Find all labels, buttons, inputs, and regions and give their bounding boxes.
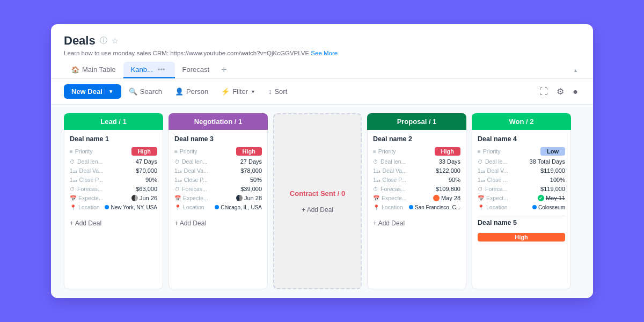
see-more-link[interactable]: See More: [311, 50, 338, 56]
forecast-icon: ⏱: [478, 186, 483, 192]
field-label: 1₂₃ Deal Va...: [70, 167, 136, 174]
field-label: ⏱ Forecas...: [373, 186, 436, 192]
info-icon[interactable]: ⓘ: [100, 36, 107, 46]
location-icon: 📍: [174, 204, 181, 210]
field-value: 47 Days: [136, 158, 157, 165]
divider: [478, 216, 565, 216]
header: Deals ⓘ ☆ Learn how to use monday sales …: [51, 24, 593, 79]
deal5-priority-badge: High: [478, 233, 565, 241]
percent-icon: 1₂₃: [70, 177, 77, 183]
col-header-won: Won / 2: [472, 113, 571, 130]
field-row: 1₂₃ Deal Va... $78,000: [174, 167, 262, 174]
field-value: 33 Days: [439, 158, 460, 165]
add-deal-button[interactable]: + Add Deal: [174, 217, 262, 229]
clock-icon: ⏱: [478, 159, 483, 165]
add-tab-button[interactable]: +: [217, 64, 231, 76]
field-label: 📍 Location: [174, 204, 215, 210]
search-icon: 🔍: [129, 87, 137, 96]
field-label: 1₂₃ Close P...: [373, 177, 449, 183]
location-value: Chicago, IL, USA: [215, 204, 262, 210]
scroll-up-icon[interactable]: ▲: [573, 68, 578, 73]
field-label: 1₂₃ Deal Va...: [373, 167, 436, 174]
percent-icon: 1₂₃: [478, 177, 485, 183]
page-title: Deals: [64, 34, 96, 48]
sort-icon: ↕: [268, 87, 272, 96]
priority-icon: ≡: [174, 149, 178, 155]
settings-icon[interactable]: ⚙: [554, 84, 566, 99]
more-options-icon[interactable]: ●: [570, 85, 580, 99]
kanban-col-lead: Lead / 1 Deal name 1 ≡ Priority High ⏱ D…: [64, 113, 163, 289]
contract-add-deal-button[interactable]: + Add Deal: [302, 206, 333, 214]
sort-button[interactable]: ↕ Sort: [263, 84, 292, 99]
location-icon: 📍: [478, 204, 484, 210]
learn-link: Learn how to use monday sales CRM: https…: [64, 50, 580, 56]
number-icon: 1₂₃: [70, 168, 77, 174]
field-row-location: 📍 Location Chicago, IL, USA: [174, 204, 262, 210]
add-deal-button[interactable]: + Add Deal: [70, 217, 157, 229]
field-row: ≡ Priority High: [174, 147, 262, 156]
expand-icon[interactable]: ⛶: [537, 85, 550, 99]
tab-main-table[interactable]: 🏠 Main Table: [64, 62, 123, 78]
deal-name-5: Deal name 5: [478, 219, 565, 226]
kanban-board: Lead / 1 Deal name 1 ≡ Priority High ⏱ D…: [51, 105, 593, 298]
col-body-won: Deal name 4 ≡ Priority Low ⏱ Deal le... …: [472, 130, 571, 289]
field-value: $122,000: [436, 167, 460, 174]
deal-name: Deal name 1: [70, 135, 157, 143]
kanban-col-contract-sent: Contract Sent / 0 + Add Deal: [273, 113, 362, 289]
field-row-location: 📍 Location San Francisco, C...: [373, 204, 460, 210]
location-dot: [409, 205, 413, 209]
deal-name: Deal name 2: [373, 135, 460, 143]
star-icon[interactable]: ☆: [112, 36, 119, 45]
field-label: ⏱ Forecas...: [174, 186, 240, 192]
field-row-expected: 📅 Expect... ✓ May 11: [478, 195, 565, 201]
toolbar-right: ⛶ ⚙ ●: [537, 84, 580, 99]
location-value: San Francisco, C...: [409, 204, 460, 210]
field-value: Jun 26: [140, 195, 157, 201]
field-label: ⏱ Foreca...: [478, 186, 540, 192]
filter-chevron-icon: ▼: [251, 89, 255, 94]
tab-kanban[interactable]: Kanb... •••: [123, 62, 175, 78]
field-row: 1₂₃ Close P... 90%: [70, 177, 157, 183]
field-label: ≡ Priority: [174, 148, 236, 155]
filter-icon: ⚡: [221, 87, 230, 96]
field-value: $39,000: [240, 186, 262, 192]
location-icon: 📍: [70, 204, 76, 210]
person-button[interactable]: 👤 Person: [170, 84, 214, 99]
tab-more-icon[interactable]: •••: [156, 65, 167, 74]
priority-icon: ≡: [373, 149, 376, 155]
add-deal-button[interactable]: + Add Deal: [373, 217, 460, 229]
kanban-col-negotiation: Negotiation / 1 Deal name 3 ≡ Priority H…: [169, 113, 268, 289]
forecast-icon: ⏱: [70, 186, 75, 192]
field-label: 1₂₃ Close P...: [70, 177, 145, 183]
field-value: 38 Total Days: [530, 158, 565, 165]
field-label: ≡ Priority: [70, 148, 131, 155]
header-top: Deals ⓘ ☆: [64, 34, 580, 48]
priority-badge: Low: [540, 147, 565, 156]
field-row-expected: 📅 Expecte... Jun 26: [70, 195, 157, 201]
status-circle-orange: [433, 195, 440, 201]
search-button[interactable]: 🔍 Search: [123, 84, 167, 99]
location-dot: [215, 205, 219, 209]
field-value: 50%: [250, 177, 262, 183]
chevron-down-icon: ▼: [105, 89, 114, 94]
field-value: 90%: [145, 177, 157, 183]
field-value: $78,000: [240, 167, 262, 174]
field-label: 📅 Expect...: [478, 195, 538, 201]
field-value: $70,000: [136, 167, 157, 174]
field-label: ⏱ Deal le...: [478, 158, 530, 165]
priority-badge: High: [131, 147, 157, 156]
tab-forecast[interactable]: Forecast: [175, 62, 217, 78]
priority-icon: ≡: [70, 149, 73, 155]
field-value: $119,000: [540, 186, 565, 192]
col-header-proposal: Proposal / 1: [367, 113, 466, 130]
person-icon: 👤: [175, 87, 184, 96]
filter-button[interactable]: ⚡ Filter ▼: [216, 84, 261, 99]
field-row: 1₂₃ Close P... 90%: [373, 177, 460, 183]
field-row: ⏱ Forecas... $63,000: [70, 186, 157, 192]
new-deal-button[interactable]: New Deal ▼: [64, 84, 121, 99]
field-label: 📍 Location: [478, 204, 532, 210]
field-label: ≡ Priority: [478, 148, 540, 155]
home-icon: 🏠: [71, 66, 79, 74]
field-row: ⏱ Deal len... 27 Days: [174, 158, 262, 165]
kanban-col-proposal: Proposal / 1 Deal name 2 ≡ Priority High…: [367, 113, 466, 289]
